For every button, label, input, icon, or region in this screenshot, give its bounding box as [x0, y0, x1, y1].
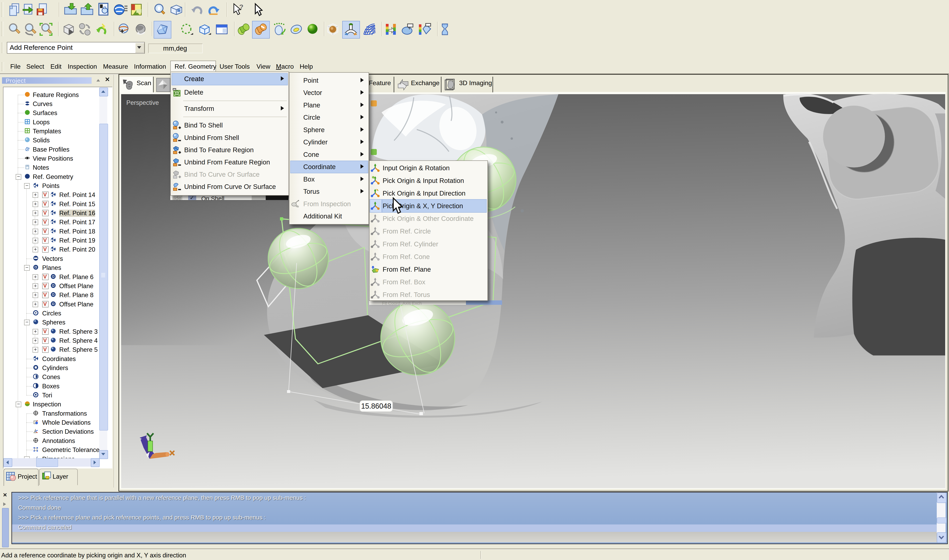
svg-text:Perspective: Perspective	[126, 99, 159, 106]
svg-text:15.86048: 15.86048	[361, 402, 391, 410]
svg-text:?: ?	[239, 3, 243, 11]
